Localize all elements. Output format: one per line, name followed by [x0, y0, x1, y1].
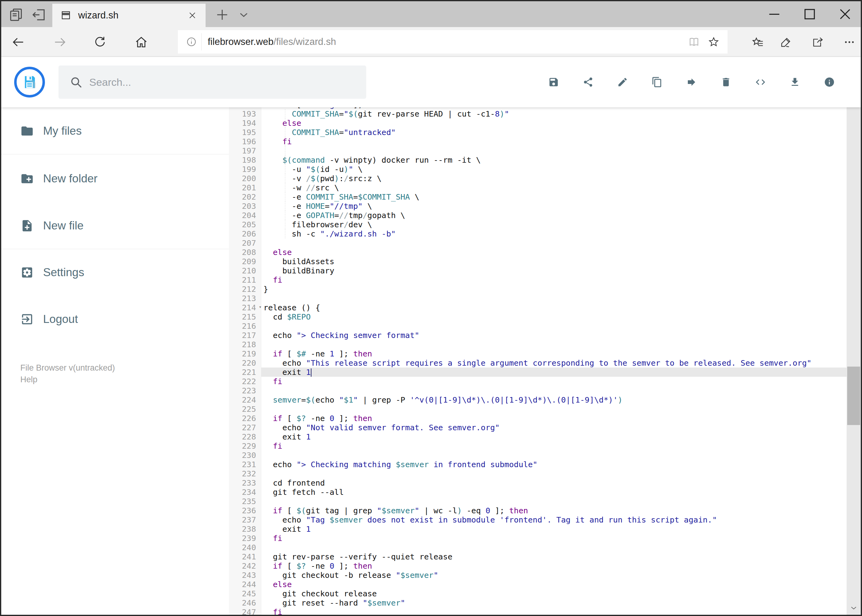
- code-line[interactable]: 224 semver=$(echo "$1" | grep -P '^v(0|[…: [229, 395, 846, 404]
- code-line[interactable]: 234 git fetch --all: [229, 487, 846, 497]
- code-line[interactable]: 243 git checkout -b release "$semver": [229, 570, 846, 580]
- code-line[interactable]: 228 exit 1: [229, 432, 846, 441]
- reading-view-icon[interactable]: [688, 36, 700, 48]
- code-line[interactable]: 194 else: [229, 118, 846, 127]
- code-line[interactable]: 207: [229, 238, 846, 248]
- code-line[interactable]: 205 filebrowser/dev \: [229, 220, 846, 229]
- code-line[interactable]: 204 -e GOPATH=//tmp/gopath \: [229, 211, 846, 220]
- code-line[interactable]: 200 -v /$(pwd):/src:z \: [229, 174, 846, 183]
- code-line[interactable]: 222 fi: [229, 377, 846, 386]
- window-close-button[interactable]: [837, 6, 854, 23]
- code-line[interactable]: 220 echo "This release script requires a…: [229, 358, 846, 368]
- code-line[interactable]: 219 if [ $# -ne 1 ]; then: [229, 349, 846, 358]
- code-line[interactable]: 203 -e HOME="//tmp" \: [229, 201, 846, 211]
- more-actions-icon[interactable]: [843, 36, 856, 49]
- code-line[interactable]: 233 cd frontend: [229, 478, 846, 487]
- code-line[interactable]: 210 buildBinary: [229, 266, 846, 275]
- search-bar[interactable]: [58, 66, 366, 99]
- code-line[interactable]: 244 else: [229, 580, 846, 589]
- code-line[interactable]: 211 fi: [229, 275, 846, 284]
- code-line[interactable]: 214▾release () {: [229, 303, 846, 312]
- code-line[interactable]: 239 fi: [229, 534, 846, 543]
- code-line[interactable]: 197: [229, 146, 846, 155]
- code-line[interactable]: 235: [229, 497, 846, 506]
- code-line[interactable]: 229 fi: [229, 441, 846, 451]
- code-line[interactable]: 201 -w //src \: [229, 183, 846, 192]
- code-line[interactable]: 223: [229, 386, 846, 395]
- code-line[interactable]: 232: [229, 469, 846, 478]
- code-line[interactable]: 212}: [229, 284, 846, 294]
- browser-tab[interactable]: wizard.sh: [52, 4, 206, 27]
- code-line[interactable]: 237 echo "Tag $semver does not exist in …: [229, 515, 846, 524]
- code-line[interactable]: 238 exit 1: [229, 524, 846, 534]
- code-line[interactable]: 226 if [ $? -ne 0 ]; then: [229, 414, 846, 423]
- sidebar-item-settings[interactable]: Settings: [1, 259, 229, 285]
- code-line[interactable]: 196 fi: [229, 137, 846, 146]
- code-line[interactable]: 230: [229, 451, 846, 460]
- code-line[interactable]: 209 buildAssets: [229, 257, 846, 266]
- info-icon[interactable]: [824, 77, 835, 88]
- sidebar-item-new-file[interactable]: New file: [1, 213, 229, 239]
- favorite-star-icon[interactable]: [708, 36, 720, 48]
- web-note-icon[interactable]: [780, 36, 793, 49]
- filebrowser-logo-icon[interactable]: [14, 67, 45, 97]
- scroll-down-icon[interactable]: [846, 602, 861, 614]
- delete-icon[interactable]: [720, 77, 731, 88]
- code-line[interactable]: 247 fi: [229, 607, 846, 615]
- url-field[interactable]: filebrowser.web/files/wizard.sh: [178, 30, 728, 53]
- share-icon[interactable]: [583, 77, 594, 88]
- tab-list-chevron-icon[interactable]: [236, 7, 252, 23]
- site-info-icon[interactable]: [186, 36, 197, 47]
- source-code-icon[interactable]: [755, 77, 766, 88]
- forward-icon[interactable]: [53, 35, 67, 49]
- sidebar-item-logout[interactable]: Logout: [1, 306, 229, 332]
- window-minimize-button[interactable]: [766, 6, 783, 23]
- code-line[interactable]: 241 git rev-parse --verify --quiet relea…: [229, 552, 846, 561]
- code-line[interactable]: 193 COMMIT_SHA="$(git rev-parse HEAD | c…: [229, 109, 846, 118]
- search-icon: [69, 75, 82, 89]
- search-input[interactable]: [89, 76, 366, 88]
- code-line[interactable]: 245 git checkout release: [229, 589, 846, 598]
- code-line[interactable]: 225: [229, 404, 846, 414]
- window-maximize-button[interactable]: [801, 6, 818, 23]
- code-line[interactable]: 231 echo "> Checking matching $semver in…: [229, 460, 846, 469]
- code-editor[interactable]: 192 if [ -d ".git" ]; then193 COMMIT_SHA…: [229, 107, 846, 615]
- sidebar-item-new-folder[interactable]: New folder: [1, 166, 229, 192]
- code-line[interactable]: 208 else: [229, 248, 846, 257]
- move-icon[interactable]: [686, 77, 697, 88]
- share-page-icon[interactable]: [811, 36, 824, 49]
- code-line[interactable]: 206 sh -c "./wizard.sh -b": [229, 229, 846, 238]
- home-icon[interactable]: [134, 35, 148, 49]
- code-line[interactable]: 246 git reset --hard "$semver": [229, 598, 846, 607]
- code-line[interactable]: 217 echo "> Checking semver format": [229, 331, 846, 340]
- code-line[interactable]: 195 COMMIT_SHA="untracked": [229, 127, 846, 137]
- code-line[interactable]: 221 exit 1: [229, 368, 846, 377]
- code-line[interactable]: 242 if [ $? -ne 0 ]; then: [229, 561, 846, 570]
- code-line[interactable]: 227 echo "Not valid semver format. See s…: [229, 423, 846, 432]
- scrollbar-thumb[interactable]: [847, 366, 860, 425]
- page-scrollbar[interactable]: [846, 57, 861, 615]
- tab-close-icon[interactable]: [187, 10, 198, 20]
- code-line[interactable]: 215 cd $REPO: [229, 312, 846, 321]
- rename-icon[interactable]: [617, 77, 628, 88]
- code-line[interactable]: 202 -e COMMIT_SHA=$COMMIT_SHA \: [229, 192, 846, 201]
- new-tab-button[interactable]: [214, 7, 230, 23]
- help-link[interactable]: Help: [20, 375, 38, 384]
- save-icon[interactable]: [548, 77, 559, 88]
- code-line[interactable]: 218: [229, 340, 846, 349]
- tab-preview-icon[interactable]: [8, 7, 24, 23]
- code-line[interactable]: 216: [229, 321, 846, 331]
- sidebar-item-my-files[interactable]: My files: [1, 118, 229, 144]
- set-tabs-aside-icon[interactable]: [31, 7, 47, 23]
- code-line[interactable]: 199 -u "$(id -u)" \: [229, 165, 846, 174]
- code-line[interactable]: 213: [229, 294, 846, 303]
- back-icon[interactable]: [11, 35, 25, 49]
- line-number: 198: [229, 155, 261, 165]
- favorites-hub-icon[interactable]: [752, 36, 764, 49]
- copy-icon[interactable]: [651, 77, 663, 88]
- code-line[interactable]: 240: [229, 543, 846, 552]
- code-line[interactable]: 236 if [ $(git tag | grep "$semver" | wc…: [229, 506, 846, 515]
- download-icon[interactable]: [790, 77, 801, 88]
- code-line[interactable]: 198 $(command -v winpty) docker run --rm…: [229, 155, 846, 165]
- refresh-icon[interactable]: [93, 35, 107, 49]
